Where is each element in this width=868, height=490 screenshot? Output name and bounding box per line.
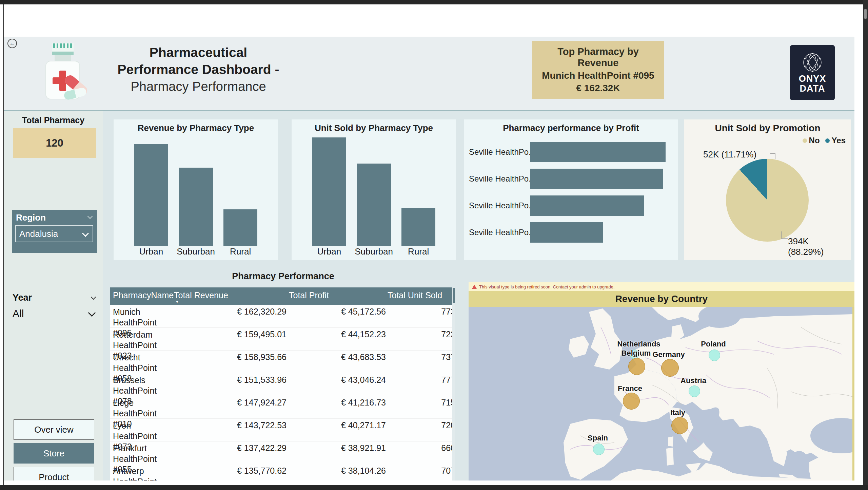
cell-units: 660 bbox=[386, 443, 452, 453]
cell-units: 777 bbox=[386, 375, 452, 385]
bar-rural[interactable] bbox=[223, 209, 257, 246]
region-dropdown[interactable]: Andalusia bbox=[15, 225, 93, 242]
year-dropdown[interactable]: All bbox=[13, 308, 97, 319]
table-row[interactable]: Liège HealthPoint #010€ 147,924.27€ 41,2… bbox=[110, 396, 452, 419]
column-header-total-profit[interactable]: Total Profit bbox=[289, 290, 329, 300]
map-bubble-italy[interactable] bbox=[671, 417, 688, 434]
table-row[interactable]: Brussels HealthPoint #078€ 151,533.96€ 4… bbox=[110, 373, 452, 396]
cell-units: 715 bbox=[386, 398, 452, 408]
bar-urban[interactable] bbox=[312, 137, 346, 246]
year-slicer: Year All bbox=[13, 293, 97, 319]
dashboard-header: ← Pharm bbox=[4, 37, 854, 111]
cell-prof: € 43,683.53 bbox=[290, 352, 386, 362]
category-label: Seville HealthPo... bbox=[469, 147, 530, 157]
table-scrollbar-thumb[interactable] bbox=[453, 288, 455, 303]
globe-network-icon bbox=[800, 52, 825, 74]
chevron-down-icon bbox=[82, 230, 89, 237]
bar[interactable] bbox=[530, 169, 663, 189]
table-row[interactable]: Utrecht HealthPoint #058€ 158,935.66€ 43… bbox=[110, 351, 452, 373]
chart-title: Pharmacy performance by Profit bbox=[464, 123, 678, 133]
collapse-chevron-icon[interactable] bbox=[87, 214, 93, 219]
map-label-france: France bbox=[618, 384, 642, 393]
map-canvas[interactable]: NetherlandsBelgiumGermanyPolandAustriaFr… bbox=[469, 307, 854, 480]
pie-graphic[interactable] bbox=[726, 159, 809, 242]
nav-button-product[interactable]: Product bbox=[14, 467, 94, 480]
map-bubble-germany[interactable] bbox=[661, 359, 679, 377]
warning-triangle-icon bbox=[472, 285, 477, 289]
table-row[interactable]: Antwerp HealthPoint #109€ 135,770.62€ 38… bbox=[110, 464, 452, 480]
category-label: Rural bbox=[396, 246, 441, 257]
map-bubble-france[interactable] bbox=[623, 393, 640, 410]
units-by-type-chart: Unit Sold by Pharmacy Type UrbanSuburban… bbox=[292, 119, 456, 260]
category-label: Urban bbox=[129, 246, 174, 257]
map-points-layer: NetherlandsBelgiumGermanyPolandAustriaFr… bbox=[469, 307, 852, 480]
map-label-italy: Italy bbox=[670, 408, 685, 417]
map-bubble-austria[interactable] bbox=[689, 385, 700, 397]
bar-urban[interactable] bbox=[134, 144, 168, 246]
cell-prof: € 41,216.73 bbox=[290, 398, 386, 408]
cell-rev: € 147,924.27 bbox=[161, 398, 287, 408]
nav-button-store-label: Store bbox=[43, 448, 64, 459]
top-pharmacy-value: € 162.32K bbox=[536, 83, 660, 94]
region-slicer-label: Region bbox=[16, 212, 46, 223]
legend-item-no[interactable]: No bbox=[803, 136, 820, 145]
cell-units: 773 bbox=[386, 307, 452, 317]
table-row[interactable]: Lyon HealthPoint #073€ 143,722.53€ 40,27… bbox=[110, 419, 452, 441]
revenue-by-type-chart: Revenue by Pharmacy Type UrbanSuburbanRu… bbox=[114, 119, 278, 260]
table-row[interactable]: Munich HealthPoint #095€ 162,320.29€ 45,… bbox=[110, 305, 452, 328]
chart-title: Unit Sold by Promotion bbox=[684, 123, 851, 134]
cell-units: 723 bbox=[386, 329, 452, 339]
bar-row: Seville HealthPo... bbox=[469, 195, 672, 216]
category-label: Urban bbox=[307, 246, 352, 257]
profit-by-pharmacy-chart: Pharmacy performance by Profit Seville H… bbox=[464, 119, 678, 260]
cell-rev: € 162,320.29 bbox=[161, 307, 287, 317]
column-header-total-revenue[interactable]: Total Revenue bbox=[174, 290, 228, 300]
bar-column-suburban: Suburban bbox=[352, 136, 396, 257]
nav-button-overview[interactable]: Over view bbox=[14, 419, 94, 440]
callout-leader-line bbox=[770, 153, 775, 159]
cell-rev: € 158,935.66 bbox=[161, 352, 287, 362]
nav-button-product-label: Product bbox=[39, 472, 69, 481]
cell-prof: € 38,104.26 bbox=[290, 466, 386, 476]
top-pharmacy-title: Top Pharmacy by Revenue bbox=[536, 46, 660, 69]
onyx-data-logo: ONYX DATA bbox=[790, 45, 835, 100]
map-bubble-poland[interactable] bbox=[709, 350, 720, 361]
legend-item-yes[interactable]: Yes bbox=[825, 136, 846, 145]
bar-suburban[interactable] bbox=[357, 164, 391, 246]
bar[interactable] bbox=[530, 195, 644, 216]
map-label-spain: Spain bbox=[588, 434, 608, 442]
region-dropdown-value: Andalusia bbox=[19, 229, 58, 239]
column-header-pharmacyname[interactable]: PharmacyName bbox=[113, 290, 174, 300]
cell-prof: € 38,921.91 bbox=[290, 443, 386, 453]
map-bubble-spain[interactable] bbox=[593, 444, 605, 455]
back-arrow-icon[interactable]: ← bbox=[7, 39, 17, 48]
dashboard-body: Total Pharmacy 120 Region Andalusia Year… bbox=[4, 111, 854, 480]
bar-plot-area: UrbanSuburbanRural bbox=[307, 136, 441, 257]
sort-descending-icon[interactable]: ▼ bbox=[175, 300, 179, 304]
cell-rev: € 151,533.96 bbox=[161, 375, 287, 385]
bar-suburban[interactable] bbox=[179, 168, 213, 246]
title-line-3: Pharmacy Performance bbox=[112, 78, 285, 95]
cell-rev: € 143,722.53 bbox=[161, 420, 287, 430]
table-row[interactable]: Frankfurt HealthPoint #055€ 137,422.29€ … bbox=[110, 441, 452, 464]
window-bottom-bar bbox=[0, 485, 868, 490]
category-label: Seville HealthPo... bbox=[469, 174, 530, 184]
cell-units: 707 bbox=[386, 466, 452, 476]
page-scrollbar[interactable] bbox=[864, 9, 867, 19]
nav-button-store[interactable]: Store bbox=[14, 443, 94, 464]
bar-column-rural: Rural bbox=[218, 136, 263, 257]
units-by-promotion-chart: Unit Sold by Promotion NoYes 52K (11.71%… bbox=[684, 119, 851, 260]
bar[interactable] bbox=[530, 142, 666, 162]
bar-column-urban: Urban bbox=[129, 136, 174, 257]
table-row[interactable]: Rotterdam HealthPoint #023€ 159,495.01€ … bbox=[110, 328, 452, 351]
pie-legend: NoYes bbox=[803, 136, 846, 145]
table-scrollbar[interactable] bbox=[452, 287, 455, 480]
bar-rural[interactable] bbox=[401, 208, 435, 246]
bar[interactable] bbox=[530, 222, 603, 243]
column-header-total-unit-sold[interactable]: Total Unit Sold bbox=[388, 290, 442, 300]
bar-column-urban: Urban bbox=[307, 136, 352, 257]
hbar-plot-area: Seville HealthPo...Seville HealthPo...Se… bbox=[469, 142, 672, 249]
legend-dot-icon bbox=[825, 138, 830, 143]
map-bubble-belgium[interactable] bbox=[628, 358, 645, 375]
legend-label: Yes bbox=[832, 136, 846, 145]
